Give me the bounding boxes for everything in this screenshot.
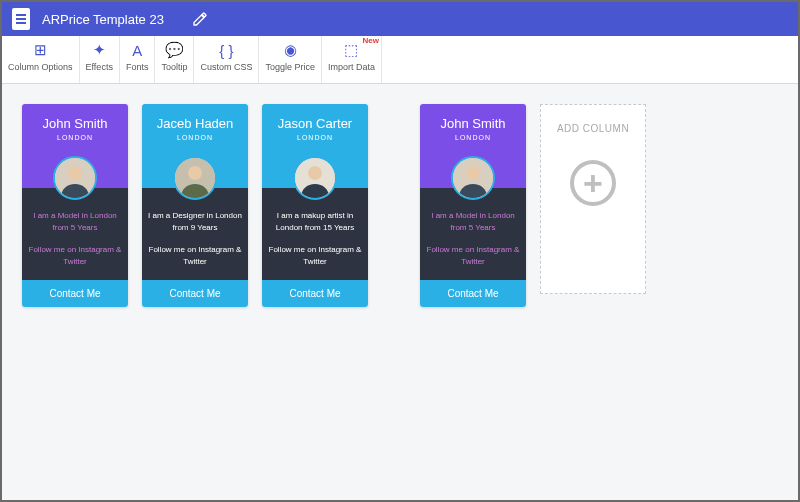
card-desc: I am a makup artist in London from 15 Ye…: [268, 210, 362, 234]
avatar: [173, 156, 217, 200]
card-follow: Follow me on Instagram & Twitter: [426, 244, 520, 268]
contact-button[interactable]: Contact Me: [22, 280, 128, 307]
contact-button[interactable]: Contact Me: [420, 280, 526, 307]
svg-point-7: [466, 166, 480, 180]
template-title: ARPrice Template 23: [42, 12, 164, 27]
toggle-icon: ◉: [284, 40, 297, 60]
card-body: I am a Model in London from 5 Years Foll…: [22, 188, 128, 280]
card-name: John Smith: [424, 116, 522, 131]
tool-fonts[interactable]: A Fonts: [120, 36, 156, 83]
svg-point-5: [308, 166, 322, 180]
svg-point-1: [68, 166, 82, 180]
tool-label: Custom CSS: [200, 62, 252, 72]
tool-label: Effects: [86, 62, 113, 72]
card-location: LONDON: [424, 134, 522, 141]
card-follow: Follow me on Instagram & Twitter: [148, 244, 242, 268]
edit-title-icon[interactable]: [192, 11, 208, 27]
document-icon: [12, 8, 30, 30]
editor-canvas: 25% off John Smith LONDON I am a Model i…: [2, 84, 798, 500]
avatar: [293, 156, 337, 200]
fonts-icon: A: [132, 40, 142, 60]
add-column-button[interactable]: ADD COLUMN: [540, 104, 646, 294]
add-column-label: ADD COLUMN: [557, 123, 629, 134]
pricing-card[interactable]: Jason Carter LONDON I am a makup artist …: [262, 104, 368, 307]
css-icon: { }: [219, 40, 233, 60]
card-header: Jason Carter LONDON: [262, 104, 368, 188]
tool-import-data[interactable]: New ⬚ Import Data: [322, 36, 382, 83]
toolbar: ⊞ Column Options ✦ Effects A Fonts 💬 Too…: [2, 36, 798, 84]
tool-label: Toggle Price: [265, 62, 315, 72]
avatar: [451, 156, 495, 200]
card-location: LONDON: [146, 134, 244, 141]
card-desc: I am a Model in London from 5 Years: [28, 210, 122, 234]
avatar: [53, 156, 97, 200]
tool-effects[interactable]: ✦ Effects: [80, 36, 120, 83]
pricing-card[interactable]: 25% off John Smith LONDON I am a Model i…: [22, 104, 128, 307]
card-grid: 25% off John Smith LONDON I am a Model i…: [22, 104, 778, 321]
tool-label: Fonts: [126, 62, 149, 72]
tooltip-icon: 💬: [165, 40, 184, 60]
effects-icon: ✦: [93, 40, 106, 60]
card-name: John Smith: [26, 116, 124, 131]
card-location: LONDON: [266, 134, 364, 141]
card-body: I am a makup artist in London from 15 Ye…: [262, 188, 368, 280]
tool-label: Import Data: [328, 62, 375, 72]
card-location: LONDON: [26, 134, 124, 141]
import-icon: ⬚: [344, 40, 358, 60]
contact-button[interactable]: Contact Me: [142, 280, 248, 307]
tool-custom-css[interactable]: { } Custom CSS: [194, 36, 259, 83]
card-header: John Smith LONDON: [22, 104, 128, 188]
pricing-card[interactable]: Jaceb Haden LONDON I am a Designer in Lo…: [142, 104, 248, 307]
card-header: John Smith LONDON: [420, 104, 526, 188]
tool-column-options[interactable]: ⊞ Column Options: [2, 36, 80, 83]
tool-tooltip[interactable]: 💬 Tooltip: [155, 36, 194, 83]
contact-button[interactable]: Contact Me: [262, 280, 368, 307]
svg-point-3: [188, 166, 202, 180]
tool-label: Tooltip: [161, 62, 187, 72]
new-badge: New: [363, 36, 379, 45]
tool-label: Column Options: [8, 62, 73, 72]
grid-icon: ⊞: [34, 40, 47, 60]
card-name: Jaceb Haden: [146, 116, 244, 131]
card-body: I am a Designer in London from 9 Years F…: [142, 188, 248, 280]
card-header: Jaceb Haden LONDON: [142, 104, 248, 188]
pricing-card[interactable]: 25% off John Smith LONDON I am a Model i…: [420, 104, 526, 307]
tool-toggle-price[interactable]: ◉ Toggle Price: [259, 36, 322, 83]
plus-icon: [570, 160, 616, 206]
card-body: I am a Model in London from 5 Years Foll…: [420, 188, 526, 280]
card-follow: Follow me on Instagram & Twitter: [268, 244, 362, 268]
card-desc: I am a Model in London from 5 Years: [426, 210, 520, 234]
card-follow: Follow me on Instagram & Twitter: [28, 244, 122, 268]
card-desc: I am a Designer in London from 9 Years: [148, 210, 242, 234]
card-name: Jason Carter: [266, 116, 364, 131]
app-header: ARPrice Template 23: [2, 2, 798, 36]
